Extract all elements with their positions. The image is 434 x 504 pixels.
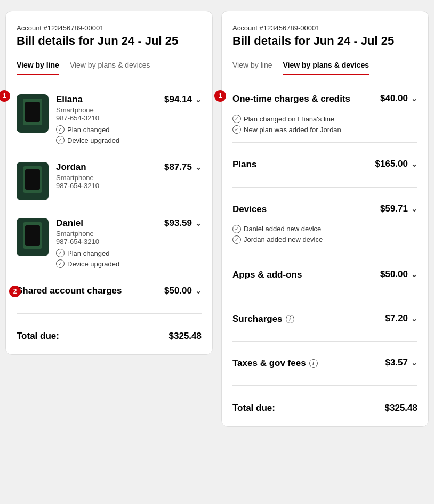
tab-view-by-line-left[interactable]: View by line bbox=[17, 56, 59, 75]
check-icon-daniel-1 bbox=[56, 249, 65, 257]
shared-charges-price[interactable]: $50.00 ⌄ bbox=[164, 286, 202, 296]
right-panel: 1 Account #123456789-00001 Bill details … bbox=[221, 11, 429, 427]
plans-row: Plans $165.00 ⌄ bbox=[232, 151, 417, 178]
surcharges-label: Surcharges bbox=[232, 313, 283, 325]
jordan-info: Jordan Smartphone 987-654-3210 bbox=[56, 162, 164, 193]
eliana-info: Eliana Smartphone 987-654-3210 Plan chan… bbox=[56, 94, 164, 144]
jordan-number: 987-654-3210 bbox=[56, 182, 164, 190]
right-bill-title: Bill details for Jun 24 - Jul 25 bbox=[232, 34, 417, 48]
shared-charges-chevron: ⌄ bbox=[195, 287, 202, 295]
right-divider-6 bbox=[232, 385, 417, 386]
right-divider-4 bbox=[232, 297, 417, 297]
check-icon-eliana-2 bbox=[56, 136, 65, 144]
plans-price[interactable]: $165.00 ⌄ bbox=[375, 159, 417, 169]
apps-label: Apps & add-ons bbox=[232, 269, 302, 281]
check-icon-devices-2 bbox=[232, 235, 241, 244]
onetimecharges-chevron: ⌄ bbox=[411, 94, 417, 103]
right-divider-5 bbox=[232, 341, 417, 342]
eliana-type: Smartphone bbox=[56, 106, 164, 114]
apps-price[interactable]: $50.00 ⌄ bbox=[380, 269, 417, 280]
surcharges-row: Surcharges i $7.20 ⌄ bbox=[232, 306, 417, 332]
left-panel: 1 Account #123456789-00001 Bill details … bbox=[5, 11, 213, 355]
plans-label: Plans bbox=[232, 159, 256, 170]
daniel-type: Smartphone bbox=[56, 230, 164, 238]
onetimecharges-label: One-time charges & credits bbox=[232, 93, 350, 105]
onetimecharges-row: One-time charges & credits $40.00 ⌄ bbox=[232, 86, 417, 112]
eliana-note-2: Device upgraded bbox=[56, 136, 164, 144]
taxes-label: Taxes & gov fees bbox=[232, 357, 306, 369]
daniel-name: Daniel bbox=[56, 218, 164, 229]
right-divider-2 bbox=[232, 187, 417, 188]
surcharges-price[interactable]: $7.20 ⌄ bbox=[385, 313, 417, 324]
eliana-name: Eliana bbox=[56, 94, 164, 105]
category-devices: Devices $59.71 ⌄ Daniel added new device… bbox=[232, 196, 417, 244]
daniel-number: 987-654-3210 bbox=[56, 238, 164, 246]
daniel-phone-image bbox=[17, 218, 49, 256]
devices-chevron: ⌄ bbox=[411, 205, 417, 213]
page-container: 1 Account #123456789-00001 Bill details … bbox=[5, 11, 429, 427]
surcharges-info-icon[interactable]: i bbox=[286, 315, 294, 323]
devices-row: Devices $59.71 ⌄ bbox=[232, 196, 417, 223]
jordan-name: Jordan bbox=[56, 162, 164, 173]
left-account-number: Account #123456789-00001 bbox=[17, 24, 202, 32]
right-divider-1 bbox=[232, 142, 417, 143]
devices-note-1: Daniel added new device bbox=[232, 225, 417, 233]
tab-view-by-plans-right[interactable]: View by plans & devices bbox=[283, 56, 369, 75]
onetimecharges-note-2: New plan was added for Jordan bbox=[232, 125, 417, 134]
eliana-price[interactable]: $94.14 ⌄ bbox=[164, 94, 202, 105]
devices-label: Devices bbox=[232, 204, 267, 215]
daniel-note-1: Plan changed bbox=[56, 249, 164, 257]
apps-row: Apps & add-ons $50.00 ⌄ bbox=[232, 262, 417, 288]
jordan-chevron: ⌄ bbox=[195, 163, 202, 172]
eliana-chevron: ⌄ bbox=[195, 95, 202, 104]
check-icon-devices-1 bbox=[232, 225, 241, 233]
plans-chevron: ⌄ bbox=[411, 160, 417, 168]
line-item-jordan: Jordan Smartphone 987-654-3210 $87.75 ⌄ bbox=[17, 153, 202, 209]
line-item-eliana: Eliana Smartphone 987-654-3210 Plan chan… bbox=[17, 86, 202, 153]
tab-view-by-plans-left[interactable]: View by plans & devices bbox=[70, 56, 150, 75]
eliana-note-1: Plan changed bbox=[56, 125, 164, 134]
daniel-info: Daniel Smartphone 987-654-3210 Plan chan… bbox=[56, 218, 164, 268]
apps-chevron: ⌄ bbox=[411, 270, 417, 279]
category-onetimecharges: One-time charges & credits $40.00 ⌄ Plan… bbox=[232, 86, 417, 134]
daniel-note-2: Device upgraded bbox=[56, 259, 164, 268]
onetimecharges-price[interactable]: $40.00 ⌄ bbox=[380, 93, 417, 104]
check-icon-onetimecharges-2 bbox=[232, 125, 241, 134]
left-total-amount: $325.48 bbox=[169, 331, 202, 342]
right-total-row: Total due: $325.48 bbox=[232, 394, 417, 413]
left-tabs: View by line View by plans & devices bbox=[17, 56, 202, 75]
onetimecharges-note-1: Plan changed on Eliana's line bbox=[232, 115, 417, 123]
shared-charges-label: Shared account charges bbox=[17, 286, 122, 296]
left-total-row: Total due: $325.48 bbox=[17, 322, 202, 342]
daniel-price[interactable]: $93.59 ⌄ bbox=[164, 218, 202, 229]
right-badge-1: 1 bbox=[214, 90, 226, 102]
left-bill-title: Bill details for Jun 24 - Jul 25 bbox=[17, 34, 202, 48]
tab-view-by-line-right[interactable]: View by line bbox=[232, 56, 272, 75]
jordan-price[interactable]: $87.75 ⌄ bbox=[164, 162, 202, 173]
right-account-number: Account #123456789-00001 bbox=[232, 24, 417, 32]
eliana-phone-image bbox=[17, 94, 49, 133]
shared-charges-row: Shared account charges $50.00 ⌄ bbox=[17, 277, 202, 305]
left-badge-1: 1 bbox=[0, 90, 10, 102]
right-total-label: Total due: bbox=[232, 403, 275, 413]
line-item-daniel: Daniel Smartphone 987-654-3210 Plan chan… bbox=[17, 209, 202, 277]
taxes-price[interactable]: $3.57 ⌄ bbox=[385, 357, 417, 368]
eliana-number: 987-654-3210 bbox=[56, 114, 164, 122]
taxes-row: Taxes & gov fees i $3.57 ⌄ bbox=[232, 350, 417, 377]
left-total-label: Total due: bbox=[17, 331, 59, 342]
daniel-chevron: ⌄ bbox=[195, 219, 202, 227]
devices-price[interactable]: $59.71 ⌄ bbox=[380, 204, 417, 214]
devices-note-2: Jordan added new device bbox=[232, 235, 417, 244]
right-divider-3 bbox=[232, 253, 417, 253]
jordan-type: Smartphone bbox=[56, 174, 164, 182]
jordan-phone-image bbox=[17, 162, 49, 200]
check-icon-onetimecharges-1 bbox=[232, 115, 241, 123]
right-total-amount: $325.48 bbox=[385, 403, 417, 413]
taxes-chevron: ⌄ bbox=[411, 359, 417, 367]
taxes-info-icon[interactable]: i bbox=[309, 359, 318, 368]
left-divider-total bbox=[17, 313, 202, 314]
check-icon-eliana-1 bbox=[56, 125, 65, 134]
check-icon-daniel-2 bbox=[56, 259, 65, 268]
right-tabs: View by line View by plans & devices bbox=[232, 56, 417, 75]
surcharges-chevron: ⌄ bbox=[411, 314, 417, 323]
